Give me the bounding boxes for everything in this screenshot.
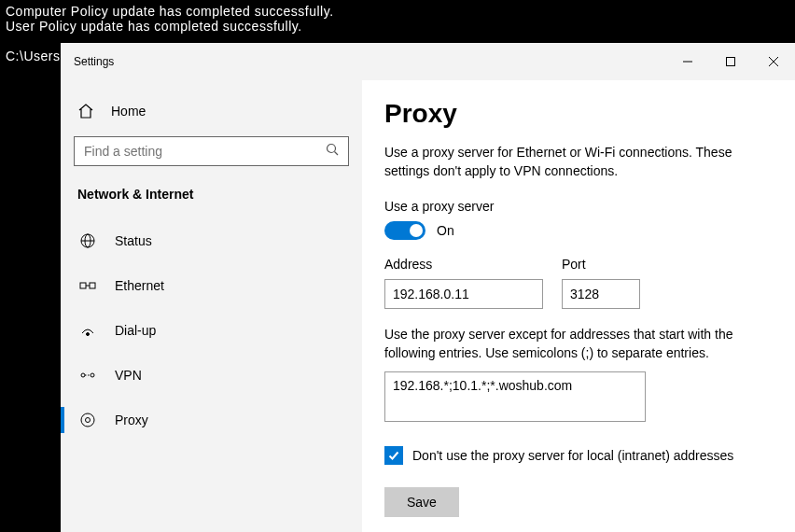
- use-proxy-label: Use a proxy server: [384, 199, 773, 214]
- globe-icon: [79, 232, 96, 249]
- address-input[interactable]: [384, 279, 543, 309]
- ethernet-icon: [79, 277, 96, 294]
- minimize-button[interactable]: [666, 47, 709, 77]
- home-label: Home: [111, 104, 146, 119]
- svg-point-17: [86, 418, 91, 423]
- toggle-state-label: On: [437, 223, 454, 238]
- search-input[interactable]: [84, 144, 326, 159]
- nav-label: Status: [115, 233, 152, 248]
- nav-label: Ethernet: [115, 278, 164, 293]
- search-icon: [326, 143, 339, 160]
- page-title: Proxy: [384, 99, 773, 129]
- window-title: Settings: [74, 55, 114, 68]
- sidebar-item-vpn[interactable]: VPN: [61, 353, 362, 398]
- nav-label: VPN: [115, 368, 142, 383]
- svg-point-13: [81, 373, 85, 377]
- use-proxy-toggle[interactable]: [384, 221, 425, 240]
- home-nav[interactable]: Home: [74, 97, 349, 136]
- svg-point-4: [328, 145, 336, 153]
- close-button[interactable]: [752, 47, 795, 77]
- settings-window: Settings Home Network & Internet Status: [61, 43, 795, 532]
- home-icon: [77, 103, 94, 119]
- content-pane: Proxy Use a proxy server for Ethernet or…: [362, 80, 795, 532]
- bypass-local-label: Don't use the proxy server for local (in…: [412, 448, 733, 463]
- nav-label: Dial-up: [115, 323, 156, 338]
- address-label: Address: [384, 257, 543, 272]
- svg-point-14: [91, 373, 94, 377]
- sidebar: Home Network & Internet Status Ethernet: [61, 80, 362, 532]
- svg-rect-10: [90, 283, 95, 288]
- exceptions-input[interactable]: [384, 371, 646, 422]
- sidebar-item-status[interactable]: Status: [61, 218, 362, 263]
- section-header: Network & Internet: [74, 187, 349, 218]
- nav-list: Status Ethernet Dial-up VPN Proxy: [61, 218, 362, 442]
- sidebar-item-proxy[interactable]: Proxy: [61, 398, 362, 442]
- titlebar: Settings: [61, 43, 795, 80]
- bypass-local-checkbox[interactable]: [384, 446, 403, 465]
- search-box[interactable]: [74, 136, 349, 166]
- svg-rect-1: [727, 58, 735, 66]
- maximize-button[interactable]: [709, 47, 752, 77]
- port-input[interactable]: [562, 279, 640, 309]
- dialup-icon: [79, 322, 96, 339]
- svg-point-12: [87, 333, 90, 336]
- port-label: Port: [562, 257, 640, 272]
- except-label: Use the proxy server except for addresse…: [384, 326, 773, 362]
- svg-rect-9: [80, 283, 86, 288]
- svg-point-16: [81, 413, 94, 427]
- sidebar-item-ethernet[interactable]: Ethernet: [61, 263, 362, 308]
- sidebar-item-dialup[interactable]: Dial-up: [61, 308, 362, 353]
- proxy-description: Use a proxy server for Ethernet or Wi-Fi…: [384, 144, 773, 180]
- svg-line-5: [335, 152, 339, 156]
- nav-label: Proxy: [115, 413, 148, 427]
- save-button[interactable]: Save: [384, 487, 459, 517]
- vpn-icon: [79, 367, 96, 384]
- proxy-icon: [79, 412, 96, 428]
